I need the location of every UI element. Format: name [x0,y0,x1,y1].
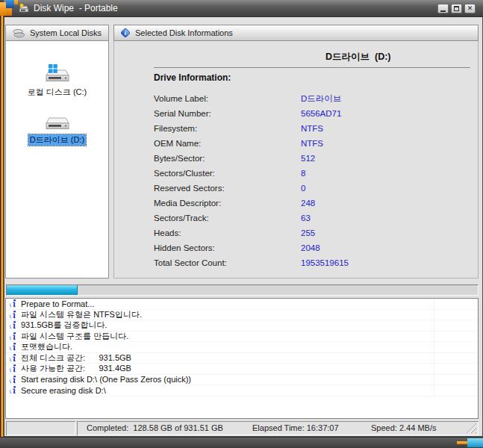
field-row: Bytes/Sector:512 [154,151,470,166]
field-row: Filesystem:NTFS [154,121,470,136]
info-bubble-icon [9,342,19,352]
field-label: Total Sector Count: [154,258,301,267]
minimize-icon [440,10,446,12]
field-row: Serial Number:5656AD71 [154,106,470,121]
title-bar[interactable]: Disk Wipe - Portable [4,0,483,17]
log-row[interactable]: Prepare to Format... [6,299,478,310]
log-row[interactable]: 전체 디스크 공간: 931.5GB [6,353,478,364]
maximize-button[interactable] [451,4,462,13]
log-text: 사용 가능한 공간: 931.4GB [21,363,131,374]
info-bubble-icon [9,299,19,308]
system-local-disks-list: 로컬 디스크 (C:) D드라이브 (D:) [5,41,109,279]
outer-frame-orange-fragment [457,441,467,444]
selected-disk-info-panel: D드라이브 (D:) Drive Information: Volume Lab… [113,41,479,279]
info-bubble-icon [9,375,19,385]
outer-frame-bottom-bar [0,437,483,448]
divider [154,67,470,68]
hard-drive-icon [43,114,71,132]
disk-item-c[interactable]: 로컬 디스크 (C:) [26,63,88,98]
info-bubble-icon [9,353,19,363]
field-row: Heads:255 [154,225,470,240]
window-controls: ✕ [437,4,476,13]
close-icon: ✕ [467,5,473,12]
app-logo-icon [0,0,18,16]
field-value: 8 [301,169,305,178]
field-label: Volume Label: [154,94,301,103]
field-label: Hidden Sectors: [154,243,301,252]
wipe-progress-fill [7,285,78,295]
info-bubble-icon [9,310,19,320]
field-row: Total Sector Count:1953519615 [154,255,470,270]
outer-frame-cyan-fragment [467,438,483,447]
field-value: 248 [301,199,315,208]
log-text: Start erasing disk D:\ (One Pass Zeros (… [21,375,191,384]
log-text: 파일 시스템 유형은 NTFS입니다. [21,309,142,320]
field-row: OEM Name:NTFS [154,136,470,151]
field-value: D드라이브 [301,93,341,105]
right-panel-header: i Selected Disk Informations [113,25,479,41]
window-title: Disk Wipe - Portable [34,3,118,13]
field-label: Media Descriptor: [154,199,301,208]
status-help-section: Press F1 for Help [6,421,75,435]
field-value: 0 [301,184,305,193]
log-row[interactable]: 사용 가능한 공간: 931.4GB [6,364,478,375]
hard-drive-windows-icon [43,63,71,84]
maximize-icon [454,6,459,11]
log-row[interactable]: 포맷했습니다. [6,342,478,353]
field-label: Filesystem: [154,124,301,133]
app-window-icon [19,3,30,13]
minimize-button[interactable] [437,4,449,13]
log-row[interactable]: Start erasing disk D:\ (One Pass Zeros (… [6,375,478,386]
field-value: 1953519615 [301,258,349,267]
operation-log-list: Prepare to Format... 파일 시스템 유형은 NTFS입니다.… [5,298,479,419]
log-column-divider [434,299,434,396]
field-row: Reserved Sectors:0 [154,181,470,196]
log-row[interactable]: 파일 시스템 유형은 NTFS입니다. [6,310,478,321]
log-text: 931.5GB를 검증합니다. [21,320,107,331]
log-row[interactable]: Secure erasing disk D:\ [6,385,478,396]
wipe-progress-bar [6,284,479,296]
disk-label-d: D드라이브 (D:) [28,134,86,146]
close-button[interactable]: ✕ [464,4,476,13]
info-icon: i [120,28,131,38]
field-row: Volume Label:D드라이브 [154,91,470,106]
field-label: Sectors/Cluster: [154,169,301,178]
status-completed: Completed: 128.58 GB of 931.51 GB [87,422,223,435]
field-value: 255 [301,228,315,237]
field-row: Sectors/Cluster:8 [154,166,470,181]
field-label: Bytes/Sector: [154,154,301,163]
disk-item-d[interactable]: D드라이브 (D:) [28,114,86,146]
field-value: NTFS [301,139,323,148]
status-speed: Speed: 2.44 MB/s [371,422,436,435]
field-label: Reserved Sectors: [154,184,301,193]
drive-title: D드라이브 (D:) [325,51,391,63]
log-row[interactable]: 파일 시스템 구조를 만듭니다. [6,332,478,343]
field-label: Heads: [154,228,301,237]
left-panel-header: System Local Disks [5,25,109,41]
field-row: Hidden Sectors:2048 [154,240,470,255]
log-text: 포맷했습니다. [21,341,72,352]
disk-label-c: 로컬 디스크 (C:) [26,87,88,98]
field-value: 63 [301,214,311,223]
resize-grip[interactable] [467,423,476,433]
log-text: 전체 디스크 공간: 931.5GB [21,352,131,364]
log-text: Secure erasing disk D:\ [21,386,106,395]
field-row: Media Descriptor:248 [154,196,470,211]
left-panel-header-label: System Local Disks [30,28,102,37]
screen: Disk Wipe - Portable ✕ System Local Disk… [0,0,483,448]
disk-stack-icon [12,28,25,38]
status-elapsed-time: Elapsed Time: 16:37:07 [252,422,339,435]
info-bubble-icon [9,320,19,330]
field-value: 5656AD71 [301,109,341,118]
info-bubble-icon [9,332,19,341]
status-main-section: Completed: 128.58 GB of 931.51 GB Elapse… [77,421,479,435]
drive-information-heading: Drive Information: [154,72,231,83]
field-row: Sectors/Track:63 [154,211,470,225]
field-value: 2048 [301,243,320,252]
field-label: Serial Number: [154,109,301,118]
log-row[interactable]: 931.5GB를 검증합니다. [6,320,478,332]
info-bubble-icon [9,385,19,395]
field-label: Sectors/Track: [154,214,301,223]
log-text: Prepare to Format... [21,299,94,308]
drive-fields: Volume Label:D드라이브 Serial Number:5656AD7… [154,91,470,270]
